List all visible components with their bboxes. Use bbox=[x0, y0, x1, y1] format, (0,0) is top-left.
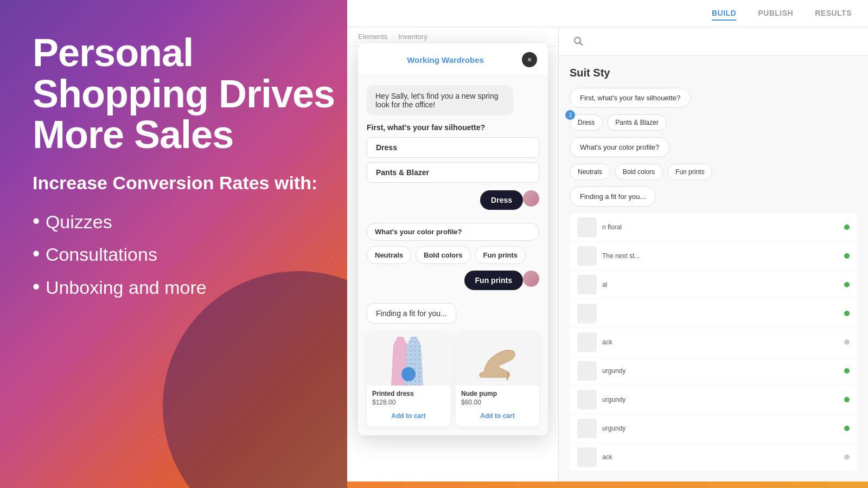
builder-right-panel: Suit Sty First, what's your fav silhouet… bbox=[559, 27, 868, 488]
product-name-dress: Printed dress bbox=[372, 390, 445, 397]
pump-illustration bbox=[476, 334, 519, 383]
color-option-fun[interactable]: Fun prints bbox=[475, 246, 526, 264]
chatbot-body: Hey Sally, let's find you a new spring l… bbox=[358, 76, 548, 435]
tab-publish[interactable]: PUBLISH bbox=[758, 7, 793, 21]
row-status-1 bbox=[844, 224, 850, 230]
dress-selected-response: Dress bbox=[480, 190, 523, 210]
row-img-4 bbox=[577, 304, 597, 323]
product-image-pump bbox=[456, 331, 539, 386]
row-text-6: urgundy bbox=[602, 367, 626, 375]
tab-elements[interactable]: Elements bbox=[358, 33, 387, 41]
product-info-dress: Printed dress $128.00 Add to cart bbox=[367, 386, 450, 427]
product-name-pump: Nude pump bbox=[461, 390, 534, 397]
silhouette-question: First, what's your fav silhouette? bbox=[367, 123, 539, 132]
preview-finding: Finding a fit for you... bbox=[570, 187, 857, 207]
product-cards: Printed dress $128.00 Add to cart bbox=[367, 331, 539, 427]
preview-q1-text: First, what's your fav silhouette? bbox=[570, 88, 691, 108]
preview-area: Suit Sty First, what's your fav silhouet… bbox=[559, 56, 868, 488]
color-options: Neutrals Bold colors Fun prints bbox=[367, 246, 539, 264]
row-text-3: al bbox=[602, 281, 607, 288]
greeting-bubble: Hey Sally, let's find you a new spring l… bbox=[367, 85, 513, 115]
product-price-pump: $60.00 bbox=[461, 399, 534, 406]
subtitle: Increase Conversion Rates with: bbox=[33, 172, 336, 194]
user-avatar bbox=[523, 190, 539, 207]
chip-fun-prints[interactable]: Fun prints bbox=[667, 164, 712, 180]
row-text-7: urgundy bbox=[602, 396, 626, 403]
row-img-3 bbox=[577, 275, 597, 294]
chatbot-modal-header: Working Wardrobes × bbox=[358, 43, 548, 76]
row-text-2: The next st... bbox=[602, 252, 640, 260]
chip-bold-colors[interactable]: Bold colors bbox=[615, 164, 663, 180]
row-status-3 bbox=[844, 282, 850, 287]
row-status-5 bbox=[844, 339, 850, 345]
builder-nav: BUILD PUBLISH RESULTS bbox=[347, 0, 868, 27]
row-img-7 bbox=[577, 390, 597, 409]
inventory-rows: n floral The next st... al bbox=[570, 213, 857, 472]
tab-inventory[interactable]: Inventory bbox=[398, 33, 427, 41]
color-option-neutrals[interactable]: Neutrals bbox=[367, 246, 411, 264]
dress-response-row: Dress bbox=[367, 190, 539, 216]
finding-bubble: Finding a fit for you... bbox=[367, 303, 456, 324]
tab-build[interactable]: BUILD bbox=[712, 7, 736, 21]
row-status-4 bbox=[844, 311, 850, 316]
row-text-8: urgundy bbox=[602, 425, 626, 432]
product-card-pump: Nude pump $60.00 Add to cart bbox=[456, 331, 539, 427]
option-dress[interactable]: Dress bbox=[367, 137, 539, 158]
tab-results[interactable]: RESULTS bbox=[815, 7, 852, 21]
bullet-list: Quizzes Consultations Unboxing and more bbox=[33, 205, 336, 304]
silhouette-options: Dress Pants & Blazer bbox=[367, 137, 539, 183]
nav-tabs: BUILD PUBLISH RESULTS bbox=[712, 7, 852, 21]
preview-question-2: What's your color profile? bbox=[570, 137, 857, 157]
preview-title: Suit Sty bbox=[570, 67, 857, 79]
row-status-2 bbox=[844, 253, 850, 259]
chip-dress-selected: 3 Dress bbox=[570, 114, 603, 131]
panel-tabs: Elements Inventory bbox=[358, 33, 427, 41]
chip-pants-blazer[interactable]: Pants & Blazer bbox=[607, 114, 666, 131]
row-img-5 bbox=[577, 332, 597, 352]
builder-area: BUILD PUBLISH RESULTS Elements Inventory… bbox=[347, 0, 868, 488]
preview-options-2: Neutrals Bold colors Fun prints bbox=[570, 164, 857, 180]
selection-badge: 3 bbox=[565, 110, 575, 120]
row-img-8 bbox=[577, 419, 597, 438]
row-status-6 bbox=[844, 368, 850, 374]
row-img-2 bbox=[577, 246, 597, 266]
inventory-row-7: urgundy bbox=[570, 386, 857, 414]
inventory-row-1: n floral bbox=[570, 213, 857, 242]
inventory-row-2: The next st... bbox=[570, 242, 857, 271]
chatbot-modal: Working Wardrobes × Hey Sally, let's fin… bbox=[358, 43, 548, 435]
row-text-9: ack bbox=[602, 453, 612, 461]
fun-prints-response: Fun prints bbox=[464, 271, 523, 290]
add-to-cart-pump[interactable]: Add to cart bbox=[461, 409, 534, 422]
row-status-9 bbox=[844, 454, 850, 460]
svg-line-5 bbox=[507, 372, 508, 380]
inventory-row-6: urgundy bbox=[570, 357, 857, 386]
search-button[interactable] bbox=[570, 33, 587, 50]
bottom-accent-bar bbox=[347, 481, 868, 488]
user-avatar-2 bbox=[523, 271, 539, 287]
bullet-item-quizzes: Quizzes bbox=[33, 205, 336, 238]
row-img-6 bbox=[577, 361, 597, 381]
svg-line-7 bbox=[580, 43, 583, 46]
preview-q2-text: What's your color profile? bbox=[570, 137, 669, 157]
preview-finding-text: Finding a fit for you... bbox=[570, 187, 656, 207]
preview-options-1: 3 Dress Pants & Blazer bbox=[570, 114, 857, 131]
search-icon bbox=[573, 36, 583, 46]
builder-left-panel: Elements Inventory Working Wardrobes × H… bbox=[347, 27, 559, 488]
chip-neutrals[interactable]: Neutrals bbox=[570, 164, 610, 180]
close-button[interactable]: × bbox=[522, 52, 537, 67]
row-text-5: ack bbox=[602, 338, 612, 346]
chatbot-title: Working Wardrobes bbox=[369, 55, 522, 65]
preview-chat-flow: First, what's your fav silhouette? 3 Dre… bbox=[570, 88, 857, 488]
row-img-9 bbox=[577, 447, 597, 467]
add-to-cart-dress[interactable]: Add to cart bbox=[372, 409, 445, 422]
row-text-1: n floral bbox=[602, 223, 622, 231]
inventory-row-3: al bbox=[570, 271, 857, 299]
scroll-indicator[interactable] bbox=[401, 367, 416, 381]
color-option-bold[interactable]: Bold colors bbox=[416, 246, 471, 264]
product-price-dress: $128.00 bbox=[372, 399, 445, 406]
product-card-dress: Printed dress $128.00 Add to cart bbox=[367, 331, 450, 427]
product-info-pump: Nude pump $60.00 Add to cart bbox=[456, 386, 539, 427]
option-pants-blazer[interactable]: Pants & Blazer bbox=[367, 162, 539, 183]
row-status-8 bbox=[844, 426, 850, 431]
inventory-row-5: ack bbox=[570, 328, 857, 357]
